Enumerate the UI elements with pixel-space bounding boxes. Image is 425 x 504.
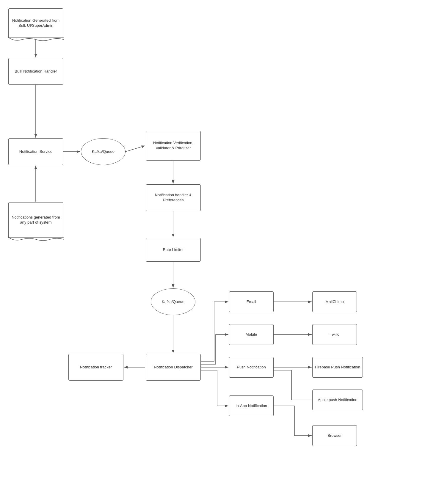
bulk-ui-node: Notification Generated from Bulk UI/Supe… bbox=[8, 8, 63, 38]
mobile-node: Mobile bbox=[229, 324, 274, 345]
notification-service-label: Notification Service bbox=[19, 149, 52, 154]
notifications-generated-node: Notifications generated from any part of… bbox=[8, 202, 63, 238]
apple-push-node: Apple push Notification bbox=[312, 390, 363, 410]
notif-verification-node: Notification Verification, Validator & P… bbox=[146, 131, 201, 161]
bulk-handler-label: Bulk Notification Handler bbox=[15, 69, 57, 74]
apple-push-label: Apple push Notification bbox=[318, 398, 357, 403]
kafka-queue-2-node: Kafka/Queue bbox=[151, 288, 195, 315]
notif-handler-prefs-node: Notification handler & Preferences bbox=[146, 184, 201, 211]
notif-handler-prefs-label: Notification handler & Preferences bbox=[148, 193, 198, 203]
browser-node: Browser bbox=[312, 425, 357, 446]
email-label: Email bbox=[247, 299, 256, 304]
bulk-ui-label: Notification Generated from Bulk UI/Supe… bbox=[11, 18, 61, 28]
email-node: Email bbox=[229, 291, 274, 312]
kafka-queue-1-node: Kafka/Queue bbox=[81, 138, 126, 165]
firebase-push-label: Firebase Push Notification bbox=[315, 365, 360, 370]
notif-verification-label: Notification Verification, Validator & P… bbox=[148, 141, 198, 151]
notification-service-node: Notification Service bbox=[8, 138, 63, 165]
svg-line-5 bbox=[126, 146, 145, 152]
rate-limiter-label: Rate Limiter bbox=[163, 247, 184, 252]
notif-dispatcher-label: Notification Dispatcher bbox=[154, 365, 192, 370]
push-notification-node: Push Notification bbox=[229, 357, 274, 378]
inapp-notification-node: In-App Notification bbox=[229, 395, 274, 416]
arrows-svg bbox=[0, 0, 425, 504]
firebase-push-node: Firebase Push Notification bbox=[312, 357, 363, 378]
notif-dispatcher-node: Notification Dispatcher bbox=[146, 354, 201, 381]
inapp-notification-label: In-App Notification bbox=[236, 403, 267, 409]
push-notification-label: Push Notification bbox=[237, 365, 266, 370]
bulk-handler-node: Bulk Notification Handler bbox=[8, 58, 63, 85]
twilio-node: Twilio bbox=[312, 324, 357, 345]
notif-tracker-node: Notification tracker bbox=[68, 354, 123, 381]
notif-tracker-label: Notification tracker bbox=[80, 365, 112, 370]
browser-label: Browser bbox=[327, 433, 342, 438]
mailchimp-label: MailChimp bbox=[325, 299, 344, 304]
notifications-generated-label: Notifications generated from any part of… bbox=[11, 215, 61, 225]
twilio-label: Twilio bbox=[330, 332, 340, 337]
diagram-container: Notification Generated from Bulk UI/Supe… bbox=[0, 0, 425, 504]
kafka-queue-1-label: Kafka/Queue bbox=[92, 149, 115, 154]
rate-limiter-node: Rate Limiter bbox=[146, 238, 201, 262]
kafka-queue-2-label: Kafka/Queue bbox=[162, 299, 184, 304]
mobile-label: Mobile bbox=[246, 332, 257, 337]
mailchimp-node: MailChimp bbox=[312, 291, 357, 312]
